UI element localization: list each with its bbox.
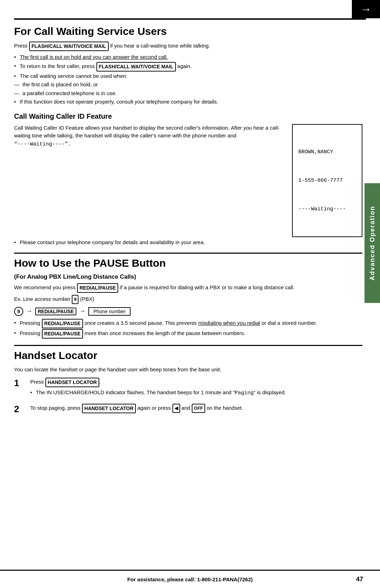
step-2-number: 2 — [14, 404, 30, 415]
off-button: OFF — [192, 404, 205, 413]
step-1-bullets: The IN USE/CHARGE/HOLD indicator flashes… — [30, 389, 362, 397]
display-line2: 1-555-666-7777 — [298, 176, 356, 185]
section2-bullet-2: Pressing REDIAL/PAUSE more than once inc… — [14, 329, 362, 339]
section1-bullets: The first call is put on hold and you ca… — [14, 53, 362, 106]
step-list: 1 Press HANDSET LOCATOR. The IN USE/CHAR… — [14, 378, 362, 415]
step-2-content: To stop paging, press HANDSET LOCATOR ag… — [30, 404, 362, 413]
section1-title: For Call Waiting Service Users — [14, 25, 362, 37]
bullet-2: To return to the first caller, press FLA… — [14, 62, 362, 72]
bullet-4: If this function does not operate proper… — [14, 98, 362, 106]
main-content: For Call Waiting Service Users Press FLA… — [14, 22, 362, 567]
bullet-3: The call waiting service cannot be used … — [14, 72, 362, 80]
redial-pause-button-1: REDIAL/PAUSE — [42, 319, 83, 328]
dash-1: the first call is placed on hold, or — [14, 81, 362, 89]
diagram-redial-button: REDIAL/PAUSE — [35, 308, 76, 315]
side-tab-label: Advanced Operation — [369, 206, 376, 280]
caller-id-text: Call Waiting Caller ID Feature allows yo… — [14, 124, 292, 151]
waiting-text: “----Waiting----”. — [14, 141, 71, 147]
section2-intro: We recommend you press REDIAL/PAUSE if a… — [14, 283, 362, 293]
page-number: 47 — [356, 576, 363, 583]
section1-sub-title: Call Waiting Caller ID Feature — [14, 112, 362, 120]
section3-title: Handset Locator — [14, 349, 362, 361]
step-1: 1 Press HANDSET LOCATOR. The IN USE/CHAR… — [14, 378, 362, 398]
display-line3: ----Waiting---- — [298, 204, 356, 214]
display-line1: BROWN,NANCY — [298, 147, 356, 157]
top-rule — [14, 18, 366, 20]
flash-button-top: FLASH/CALL WAIT/VOICE MAIL — [29, 42, 109, 51]
caller-id-section: Call Waiting Caller ID Feature allows yo… — [14, 124, 362, 237]
section1-intro-rest: if you hear a call-waiting tone while ta… — [110, 43, 210, 49]
section2-ex-line: Ex. Line access number 9 (PBX) — [14, 295, 362, 304]
footer-text: For assistance, please call: 1-800-211-P… — [0, 576, 380, 582]
circle-num-9: 9 — [72, 295, 78, 304]
handset-locator-button-1: HANDSET LOCATOR — [45, 378, 99, 387]
bullet-1: The first call is put on hold and you ca… — [14, 53, 362, 61]
redial-pause-button-intro: REDIAL/PAUSE — [77, 283, 118, 293]
section-divider-1 — [14, 253, 362, 254]
step-2: 2 To stop paging, press HANDSET LOCATOR … — [14, 404, 362, 415]
step-1-bullet-1: The IN USE/CHARGE/HOLD indicator flashes… — [30, 389, 362, 397]
diagram-circle-9: 9 — [14, 307, 23, 316]
handset-locator-button-2: HANDSET LOCATOR — [82, 404, 136, 413]
section1-intro: Press FLASH/CALL WAIT/VOICE MAIL if you … — [14, 42, 362, 51]
caller-id-display-box: BROWN,NANCY 1-555-666-7777 ----Waiting--… — [292, 124, 362, 237]
section2-title: How to Use the PAUSE Button — [14, 257, 362, 269]
section1-sub-bullets: Please contact your telephone company fo… — [14, 239, 362, 247]
step-1-number: 1 — [14, 378, 30, 389]
arrow-icon: → — [360, 3, 372, 16]
redial-pause-button-2: REDIAL/PAUSE — [42, 329, 83, 339]
top-arrow-tab: → — [352, 0, 380, 18]
section3-body: You can locate the handset or page the h… — [14, 366, 362, 374]
flash-button-inline: FLASH/CALL WAIT/VOICE MAIL — [96, 62, 176, 72]
diagram-arrow-2: → — [79, 308, 86, 315]
page-container: → Advanced Operation For Call Waiting Se… — [0, 0, 380, 588]
contact-note: Please contact your telephone company fo… — [14, 239, 362, 247]
side-tab: Advanced Operation — [365, 183, 380, 303]
section2-subtitle: (For Analog PBX Line/Long Distance Calls… — [14, 273, 362, 280]
step-1-content: Press HANDSET LOCATOR. The IN USE/CHARGE… — [30, 378, 362, 398]
dash-2: a parallel connected telephone is in use… — [14, 89, 362, 98]
section1-intro-text: Press — [14, 43, 27, 49]
section2-bullets: Pressing REDIAL/PAUSE once creates a 3.5… — [14, 319, 362, 339]
phone-number-box: Phone number — [88, 307, 131, 316]
diagram-arrow-1: → — [26, 308, 32, 315]
section2-bullet-1: Pressing REDIAL/PAUSE once creates a 3.5… — [14, 319, 362, 328]
section-divider-2 — [14, 345, 362, 346]
back-button: ◀ — [172, 404, 180, 413]
pause-diagram: 9 → REDIAL/PAUSE → Phone number — [14, 307, 362, 316]
bottom-footer: For assistance, please call: 1-800-211-P… — [0, 570, 380, 588]
